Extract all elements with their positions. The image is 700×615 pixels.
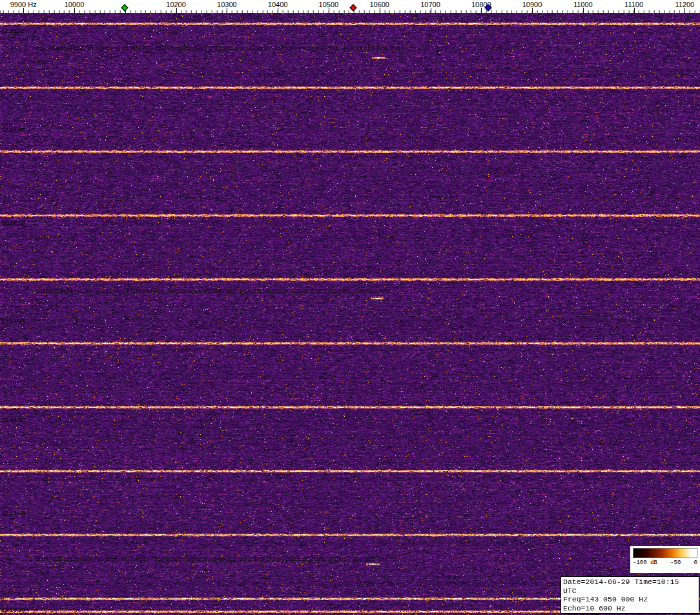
colorbar: -100 dB -50 0 [630, 546, 700, 573]
freq-major-tick [532, 8, 533, 13]
detection-time-offset-3: ^t+35 [30, 569, 45, 576]
colorbar-label-max: 0 [694, 560, 697, 566]
freq-major-tick [685, 8, 685, 13]
frequency-axis: 9900 Hz100001020010300104001050010600107… [0, 0, 700, 13]
detection-annotation-2: 20140629101417180 hCnt8 nb-86 f10595 hit… [36, 287, 390, 294]
freq-major-tick [74, 8, 75, 13]
freq-major-tick [634, 8, 635, 13]
spectrogram-app: 9900 Hz100001020010300104001050010600107… [0, 0, 700, 615]
detection-annotation-1: 20140629101454776 hCnt9 nb-85 f10598 hit… [36, 45, 400, 52]
freq-major-tick [481, 8, 482, 13]
freq-major-tick [227, 8, 227, 13]
freq-major-tick [583, 8, 584, 13]
colorbar-scale: -100 dB -50 0 [633, 560, 697, 566]
time-label-12:14:30: 12:14:30 [1, 219, 25, 226]
freq-major-tick [278, 8, 278, 13]
info-echo-line: Echo=10 600 Hz [563, 604, 697, 613]
spectrogram-canvas [0, 13, 700, 615]
info-station-line: OBSUPICE [563, 612, 697, 615]
detection-time-offset-1: ^t+54 [30, 58, 45, 65]
freq-major-tick [380, 8, 380, 13]
detection-annotation-3: 20140629101335680 hCnt7 nb-86 f10587 hit… [36, 555, 388, 562]
frequency-minor-ticks [0, 10, 700, 13]
time-label-12:14:45: 12:14:45 [1, 126, 25, 133]
time-label-12:14:00: 12:14:00 [1, 416, 25, 423]
info-freq-line: Freq=143 050 000 Hz [563, 595, 697, 604]
detection-time-offset-2: ^t+17 [30, 301, 45, 308]
time-label-12:13:30: 12:13:30 [1, 606, 25, 613]
station-info-box: Date=2014-06-29 Time=10:15 UTC Freq=143 … [561, 576, 699, 614]
freq-major-tick [329, 8, 329, 13]
freq-major-tick [176, 8, 177, 13]
time-label-12:13:45: 12:13:45 [1, 509, 25, 516]
colorbar-gradient [633, 548, 697, 558]
freq-major-tick [431, 8, 431, 13]
time-label-12:15:00: 12:15:00 [1, 27, 25, 34]
colorbar-label-mid: -50 [670, 560, 681, 566]
info-date-line: Date=2014-06-29 Time=10:15 UTC [563, 578, 697, 595]
time-label-12:14:15: 12:14:15 [1, 318, 25, 325]
colorbar-label-min: -100 dB [633, 560, 657, 566]
freq-major-tick [23, 8, 24, 13]
